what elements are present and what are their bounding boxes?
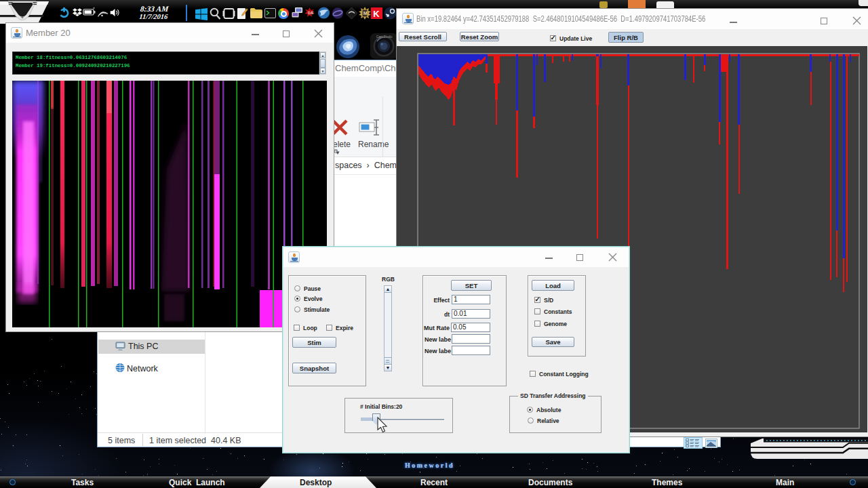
- svg-text:K: K: [373, 9, 380, 19]
- svg-text:Cam Studio: Cam Studio: [376, 35, 393, 39]
- svg-text:*: *: [93, 7, 95, 11]
- svg-text:M: M: [363, 11, 368, 16]
- svg-text:DÆ: DÆ: [308, 11, 314, 15]
